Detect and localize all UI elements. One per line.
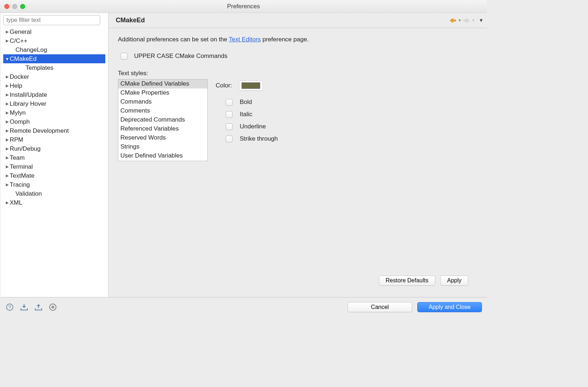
color-picker[interactable] <box>239 81 263 91</box>
menu-chevron-icon[interactable]: ▼ <box>479 18 483 23</box>
style-item[interactable]: CMake Properties <box>118 88 207 97</box>
tree-item-label: Tracing <box>10 181 30 188</box>
strikethrough-checkbox[interactable] <box>226 136 233 142</box>
chevron-down-icon[interactable]: ▼ <box>472 18 475 22</box>
chevron-right-icon[interactable]: ▶ <box>5 119 10 124</box>
chevron-right-icon[interactable]: ▶ <box>5 182 10 187</box>
chevron-right-icon[interactable]: ▶ <box>5 83 10 88</box>
chevron-right-icon[interactable]: ▶ <box>5 101 10 106</box>
tree-item-label: XML <box>10 199 22 206</box>
strikethrough-row: Strike through <box>226 135 278 142</box>
content-footer: Restore Defaults Apply <box>118 276 478 292</box>
back-icon[interactable] <box>449 18 456 23</box>
tree-item-label: Install/Update <box>10 91 47 99</box>
import-icon[interactable] <box>19 302 29 312</box>
style-properties: Color: Bold Italic <box>216 79 278 161</box>
tree-item[interactable]: ▶Terminal <box>3 162 105 171</box>
tree-item[interactable]: ▶Run/Debug <box>3 144 105 153</box>
chevron-right-icon[interactable]: ▶ <box>5 155 10 160</box>
export-icon[interactable] <box>34 302 43 312</box>
tree-item[interactable]: ▶Templates <box>3 63 105 72</box>
tree-item[interactable]: ▶Docker <box>3 72 105 81</box>
tree-item-label: C/C++ <box>10 37 27 45</box>
apply-button[interactable]: Apply <box>440 276 468 286</box>
tree-item[interactable]: ▶Help <box>3 81 105 90</box>
style-item[interactable]: Strings <box>118 142 207 151</box>
underline-checkbox[interactable] <box>226 123 233 130</box>
cancel-button[interactable]: Cancel <box>348 302 412 312</box>
help-icon[interactable]: ? <box>5 302 14 312</box>
tree-item[interactable]: ▶Install/Update <box>3 90 105 99</box>
tree-item[interactable]: ▶Library Hover <box>3 99 105 108</box>
apply-and-close-button[interactable]: Apply and Close <box>417 302 482 312</box>
intro-prefix: Additional preferences can be set on the <box>118 36 229 43</box>
tree-item-label: TextMate <box>10 172 35 179</box>
tree-item-label: Library Hover <box>10 100 46 108</box>
page-title: CMakeEd <box>116 17 449 24</box>
tree-item[interactable]: ▶Tracing <box>3 180 105 189</box>
style-item[interactable]: Deprecated Commands <box>118 115 207 124</box>
tree-item[interactable]: ▶ChangeLog <box>3 45 105 54</box>
uppercase-row: UPPER CASE CMake Commands <box>121 53 478 60</box>
chevron-right-icon[interactable]: ▶ <box>5 146 10 151</box>
svg-text:?: ? <box>8 304 11 310</box>
style-item[interactable]: Comments <box>118 106 207 115</box>
content-area: CMakeEd ▼ ▼ ▼ Additional preferences can… <box>109 13 487 297</box>
style-item[interactable]: Reserved Words <box>118 133 207 142</box>
bold-checkbox[interactable] <box>226 99 233 106</box>
tree-item[interactable]: ▶C/C++ <box>3 36 105 45</box>
tree-item[interactable]: ▶Oomph <box>3 117 105 126</box>
header-nav-icons: ▼ ▼ ▼ <box>449 18 483 23</box>
tree-item[interactable]: ▶Validation <box>3 189 105 198</box>
filter-input[interactable] <box>3 15 100 25</box>
record-icon[interactable] <box>48 302 58 312</box>
tree-item[interactable]: ▼CMakeEd <box>3 54 105 63</box>
tree-item[interactable]: ▶XML <box>3 198 105 207</box>
tree-item-label: General <box>10 28 31 36</box>
chevron-right-icon[interactable]: ▶ <box>5 137 10 142</box>
tree-item[interactable]: ▶Mylyn <box>3 108 105 117</box>
bold-label: Bold <box>240 99 252 106</box>
restore-defaults-button[interactable]: Restore Defaults <box>379 276 435 286</box>
chevron-right-icon[interactable]: ▶ <box>5 173 10 178</box>
chevron-right-icon[interactable]: ▶ <box>5 200 10 205</box>
chevron-right-icon[interactable]: ▶ <box>5 110 10 115</box>
preferences-tree[interactable]: ▶General▶C/C++▶ChangeLog▼CMakeEd▶Templat… <box>3 27 105 295</box>
tree-item[interactable]: ▶Team <box>3 153 105 162</box>
tree-item-label: Remote Development <box>10 127 69 135</box>
content-header: CMakeEd ▼ ▼ ▼ <box>109 13 487 28</box>
chevron-right-icon[interactable]: ▶ <box>5 74 10 79</box>
italic-checkbox[interactable] <box>226 111 233 118</box>
chevron-right-icon[interactable]: ▶ <box>5 38 10 43</box>
window-title: Preferences <box>0 3 487 10</box>
styles-list[interactable]: CMake Defined VariablesCMake PropertiesC… <box>118 79 208 161</box>
intro-suffix: preference page. <box>261 36 309 43</box>
chevron-down-icon[interactable]: ▼ <box>458 18 461 22</box>
titlebar: Preferences <box>0 0 487 13</box>
underline-row: Underline <box>226 123 278 130</box>
tree-item-label: Validation <box>15 190 42 197</box>
tree-item[interactable]: ▶TextMate <box>3 171 105 180</box>
tree-item-label: Help <box>10 82 22 90</box>
style-item[interactable]: Referenced Variables <box>118 124 207 133</box>
tree-item-label: Templates <box>26 64 53 72</box>
italic-label: Italic <box>240 111 252 118</box>
uppercase-checkbox[interactable] <box>121 53 128 60</box>
tree-item[interactable]: ▶General <box>3 27 105 36</box>
tree-item-label: Oomph <box>10 118 30 126</box>
chevron-right-icon[interactable]: ▶ <box>5 164 10 169</box>
chevron-right-icon[interactable]: ▶ <box>5 29 10 34</box>
text-editors-link[interactable]: Text Editors <box>229 36 261 43</box>
tree-item-label: CMakeEd <box>10 55 37 63</box>
tree-item[interactable]: ▶RPM <box>3 135 105 144</box>
chevron-right-icon[interactable]: ▶ <box>5 128 10 133</box>
style-item[interactable]: User Defined Variables <box>118 151 207 160</box>
color-label: Color: <box>216 82 232 89</box>
style-item[interactable]: Commands <box>118 97 207 106</box>
styles-row: CMake Defined VariablesCMake PropertiesC… <box>118 79 478 161</box>
chevron-right-icon[interactable]: ▶ <box>5 92 10 97</box>
tree-item[interactable]: ▶Remote Development <box>3 126 105 135</box>
forward-icon[interactable] <box>463 18 470 23</box>
style-item[interactable]: CMake Defined Variables <box>118 79 207 88</box>
chevron-down-icon[interactable]: ▼ <box>5 57 10 61</box>
